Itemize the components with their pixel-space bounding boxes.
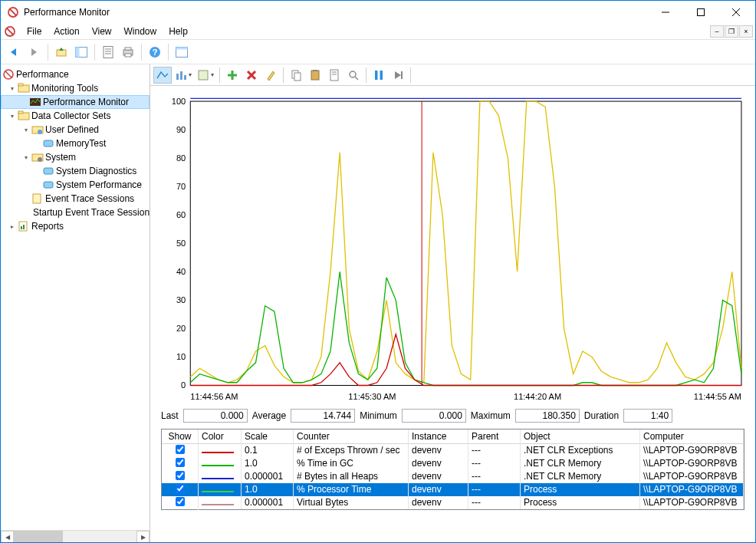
properties-button[interactable]: [99, 43, 117, 61]
table-row[interactable]: 0.1# of Exceps Thrown / secdevenv---.NET…: [162, 444, 744, 457]
performance-chart[interactable]: 010203040506070809010011:44:56 AM11:45:3…: [159, 94, 746, 403]
mdi-minimize-button[interactable]: –: [710, 25, 724, 38]
header-computer[interactable]: Computer: [640, 429, 744, 443]
table-row[interactable]: 0.000001Virtual Bytesdevenv---Process\\L…: [162, 496, 744, 509]
tree-node-user-defined[interactable]: ▾ User Defined: [1, 123, 150, 137]
expander-icon[interactable]: ▾: [21, 154, 31, 161]
close-button[interactable]: [718, 1, 754, 24]
collector-icon: [42, 137, 54, 150]
properties-graph-button[interactable]: [325, 67, 343, 84]
back-button[interactable]: [5, 43, 24, 61]
show-checkbox[interactable]: [176, 497, 185, 506]
svg-rect-35: [44, 182, 53, 188]
svg-text:60: 60: [176, 210, 186, 219]
menu-view[interactable]: View: [86, 25, 118, 38]
tree-node-performance[interactable]: Performance: [1, 67, 150, 81]
maximize-button[interactable]: [683, 1, 718, 24]
table-header[interactable]: Show Color Scale Counter Instance Parent…: [162, 429, 744, 444]
svg-text:10: 10: [176, 352, 186, 361]
highlight-button[interactable]: [261, 67, 280, 84]
scroll-track[interactable]: [14, 531, 136, 543]
menu-file[interactable]: File: [21, 25, 48, 38]
paste-button[interactable]: [306, 67, 324, 84]
svg-text:90: 90: [176, 125, 186, 134]
dur-label: Duration: [584, 410, 619, 421]
tree-node-system-performance[interactable]: System Performance: [1, 178, 150, 192]
header-color[interactable]: Color: [199, 429, 242, 443]
svg-rect-10: [76, 47, 80, 57]
svg-rect-11: [104, 46, 113, 58]
svg-rect-40: [23, 225, 25, 229]
computer-cell: \\LAPTOP-G9ORP8VB: [640, 456, 744, 470]
scroll-thumb[interactable]: [14, 531, 63, 543]
header-counter[interactable]: Counter: [294, 429, 409, 443]
tree-label: MemoryTest: [56, 138, 106, 149]
header-show[interactable]: Show: [162, 429, 199, 443]
freeze-button[interactable]: [370, 67, 388, 84]
tree-node-system[interactable]: ▾ System: [1, 150, 150, 164]
header-parent[interactable]: Parent: [468, 429, 521, 443]
last-value: 0.000: [183, 409, 248, 423]
tree-node-monitoring-tools[interactable]: ▾ Monitoring Tools: [1, 81, 150, 95]
navigation-tree[interactable]: Performance ▾ Monitoring Tools: [1, 64, 150, 530]
svg-text:30: 30: [176, 295, 186, 304]
svg-point-33: [38, 157, 42, 162]
expander-icon[interactable]: ▾: [21, 127, 31, 133]
show-checkbox[interactable]: [176, 445, 185, 454]
show-checkbox[interactable]: [176, 471, 185, 480]
show-hide-tree-button[interactable]: [72, 43, 90, 61]
up-level-button[interactable]: [52, 43, 71, 61]
menu-help[interactable]: Help: [163, 25, 194, 38]
folder-icon: [18, 110, 30, 122]
header-scale[interactable]: Scale: [242, 429, 294, 443]
menu-action[interactable]: Action: [48, 25, 85, 38]
tree-node-startup-event-trace[interactable]: Startup Event Trace Sessions: [1, 206, 150, 219]
show-checkbox[interactable]: [176, 484, 185, 493]
expander-icon[interactable]: ▾: [7, 113, 18, 120]
tree-node-data-collector-sets[interactable]: ▾ Data Collector Sets: [1, 109, 150, 123]
header-object[interactable]: Object: [521, 429, 640, 443]
table-row[interactable]: 1.0% Time in GCdevenv---.NET CLR Memory\…: [162, 457, 744, 470]
scroll-right-button[interactable]: ▶: [136, 531, 150, 543]
copy-button[interactable]: [287, 67, 305, 84]
svg-rect-44: [199, 71, 208, 80]
tree-hscrollbar[interactable]: ◀ ▶: [1, 530, 150, 543]
view-line-button[interactable]: [153, 67, 172, 84]
tree-node-performance-monitor[interactable]: Performance Monitor: [1, 95, 150, 109]
reports-icon: [18, 220, 30, 232]
tree-node-event-trace[interactable]: Event Trace Sessions: [1, 192, 150, 206]
svg-rect-50: [294, 73, 301, 81]
zoom-button[interactable]: [344, 67, 363, 84]
header-instance[interactable]: Instance: [409, 429, 468, 443]
expander-icon[interactable]: ▾: [7, 85, 18, 92]
parent-cell: ---: [468, 456, 521, 470]
help-button[interactable]: ?: [146, 43, 164, 61]
update-button[interactable]: [389, 67, 407, 84]
forward-button[interactable]: [25, 43, 44, 61]
view-histogram-button[interactable]: ▾: [173, 67, 194, 84]
add-counter-button[interactable]: [223, 67, 242, 84]
print-button[interactable]: [119, 43, 137, 61]
scroll-left-button[interactable]: ◀: [1, 531, 14, 543]
table-row[interactable]: 0.000001# Bytes in all Heapsdevenv---.NE…: [162, 470, 744, 483]
tree-node-reports[interactable]: ▸ Reports: [1, 219, 150, 233]
counter-table[interactable]: Show Color Scale Counter Instance Parent…: [161, 429, 744, 510]
minimize-button[interactable]: [648, 1, 683, 24]
svg-text:40: 40: [176, 267, 186, 276]
avg-label: Average: [252, 410, 286, 421]
mdi-close-button[interactable]: ×: [739, 25, 753, 38]
template-button[interactable]: [173, 43, 191, 61]
mdi-restore-button[interactable]: ❐: [725, 25, 738, 38]
show-checkbox[interactable]: [176, 458, 185, 467]
computer-cell: \\LAPTOP-G9ORP8VB: [640, 495, 744, 509]
menu-window[interactable]: Window: [118, 25, 163, 38]
svg-rect-72: [190, 101, 741, 385]
svg-text:11:45:30 AM: 11:45:30 AM: [348, 392, 396, 401]
expander-icon[interactable]: ▸: [7, 223, 18, 230]
max-label: Maximum: [471, 410, 511, 421]
view-report-button[interactable]: ▾: [195, 67, 216, 84]
tree-node-system-diagnostics[interactable]: System Diagnostics: [1, 164, 150, 178]
remove-counter-button[interactable]: [242, 67, 261, 84]
tree-node-memorytest[interactable]: MemoryTest: [1, 137, 150, 150]
table-row[interactable]: 1.0% Processor Timedevenv---Process\\LAP…: [162, 483, 744, 496]
